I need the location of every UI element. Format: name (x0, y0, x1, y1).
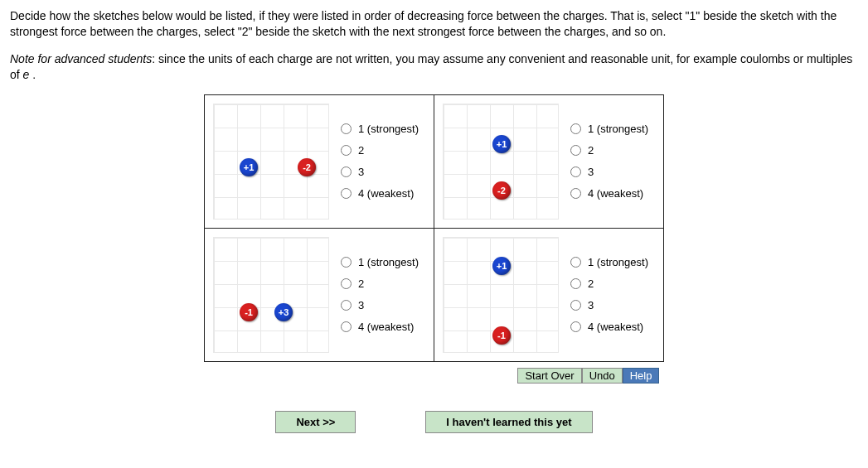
radio-br-2[interactable] (570, 278, 581, 289)
option-tl-1[interactable]: 1 (strongest) (341, 118, 419, 140)
option-tl-1-label: 1 (strongest) (358, 118, 419, 140)
option-tl-4[interactable]: 4 (weakest) (341, 183, 419, 205)
radio-br-1[interactable] (570, 257, 581, 268)
option-br-3[interactable]: 3 (570, 295, 648, 316)
help-button[interactable]: Help (623, 368, 660, 384)
radio-br-3[interactable] (570, 300, 581, 311)
option-br-1-label: 1 (strongest) (588, 252, 648, 273)
option-br-2[interactable]: 2 (570, 273, 648, 295)
sketch-br: +1 -1 1 (strongest) 2 3 4 (weakest) (434, 229, 663, 361)
option-bl-1-label: 1 (strongest) (358, 252, 419, 273)
charge-bl-1: -1 (240, 303, 258, 321)
radio-tr-4[interactable] (570, 188, 581, 199)
not-learned-button[interactable]: I haven't learned this yet (425, 411, 592, 433)
option-bl-3-label: 3 (358, 295, 364, 316)
radio-tr-1[interactable] (570, 123, 581, 134)
option-tr-3[interactable]: 3 (570, 162, 648, 183)
advanced-note-end: . (29, 68, 36, 81)
radio-br-4[interactable] (570, 321, 581, 332)
radio-tl-4[interactable] (341, 188, 352, 199)
option-tr-3-label: 3 (588, 162, 594, 183)
radio-tl-1[interactable] (341, 123, 352, 134)
option-tl-3-label: 3 (358, 162, 364, 183)
charge-tl-2: -2 (298, 158, 316, 176)
option-tr-2[interactable]: 2 (570, 140, 648, 162)
sketch-tl-grid: +1 -2 (213, 104, 329, 220)
advanced-note: Note for advanced students: since the un… (10, 51, 858, 83)
instructions-paragraph: Decide how the sketches below would be l… (10, 8, 858, 40)
advanced-note-prefix: Note for advanced students (10, 52, 152, 65)
option-bl-2[interactable]: 2 (341, 273, 419, 295)
option-tr-1[interactable]: 1 (strongest) (570, 118, 648, 140)
options-tl: 1 (strongest) 2 3 4 (weakest) (337, 115, 434, 208)
option-tl-4-label: 4 (weakest) (358, 183, 414, 205)
charge-tl-1: +1 (240, 158, 258, 176)
option-tl-3[interactable]: 3 (341, 162, 419, 183)
charge-br-1: +1 (492, 257, 511, 275)
sketch-tr: +1 -2 1 (strongest) 2 3 4 (weakest) (434, 95, 663, 228)
start-over-button[interactable]: Start Over (517, 368, 581, 384)
radio-tr-3[interactable] (570, 166, 581, 177)
option-bl-2-label: 2 (358, 273, 364, 295)
sketch-bl: -1 +3 1 (strongest) 2 3 4 (weakest) (205, 229, 434, 361)
sketch-bl-grid: -1 +3 (213, 237, 329, 353)
option-tr-2-label: 2 (588, 140, 594, 162)
sketch-tl: +1 -2 1 (strongest) 2 3 4 (weakest) (205, 95, 434, 228)
radio-bl-4[interactable] (341, 321, 352, 332)
options-bl: 1 (strongest) 2 3 4 (weakest) (337, 248, 434, 341)
option-bl-4[interactable]: 4 (weakest) (341, 316, 419, 338)
charge-bl-2: +3 (274, 303, 293, 321)
radio-tl-2[interactable] (341, 145, 352, 156)
radio-tr-2[interactable] (570, 145, 581, 156)
option-tl-2[interactable]: 2 (341, 140, 419, 162)
charge-tr-1: +1 (492, 135, 511, 153)
next-button[interactable]: Next >> (275, 411, 356, 433)
options-br: 1 (strongest) 2 3 4 (weakest) (567, 248, 663, 341)
option-tl-2-label: 2 (358, 140, 364, 162)
option-br-1[interactable]: 1 (strongest) (570, 252, 648, 273)
option-br-4-label: 4 (weakest) (588, 316, 643, 338)
option-br-2-label: 2 (588, 273, 594, 295)
option-br-4[interactable]: 4 (weakest) (570, 316, 648, 338)
option-tr-4-label: 4 (weakest) (588, 183, 643, 205)
charge-tr-2: -2 (492, 181, 511, 200)
sketch-tr-grid: +1 -2 (443, 104, 559, 220)
radio-bl-2[interactable] (341, 278, 352, 289)
option-tr-4[interactable]: 4 (weakest) (570, 183, 648, 205)
radio-bl-1[interactable] (341, 257, 352, 268)
radio-bl-3[interactable] (341, 300, 352, 311)
option-br-3-label: 3 (588, 295, 594, 316)
option-tr-1-label: 1 (strongest) (588, 118, 648, 140)
option-bl-3[interactable]: 3 (341, 295, 419, 316)
option-bl-4-label: 4 (weakest) (358, 316, 414, 338)
charge-br-2: -1 (492, 326, 511, 345)
radio-tl-3[interactable] (341, 166, 352, 177)
option-bl-1[interactable]: 1 (strongest) (341, 252, 419, 273)
undo-button[interactable]: Undo (582, 368, 623, 384)
options-tr: 1 (strongest) 2 3 4 (weakest) (567, 115, 663, 208)
sketch-grid: +1 -2 1 (strongest) 2 3 4 (weakest) +1 - (204, 94, 664, 389)
sketch-br-grid: +1 -1 (443, 237, 559, 353)
